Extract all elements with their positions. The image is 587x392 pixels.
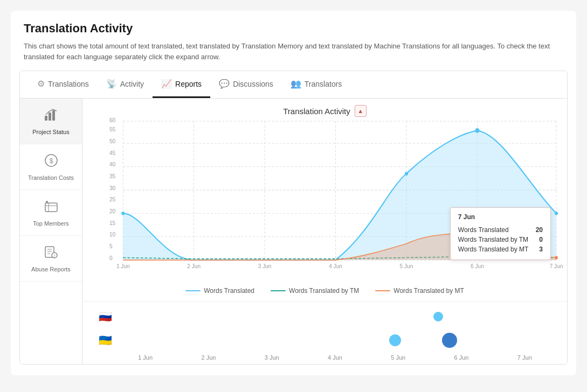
sidebar-item-abuse-reports[interactable]: ! Abuse Reports [20,236,82,282]
translations-tab-icon: ⚙ [37,79,45,89]
svg-text:30: 30 [109,185,115,191]
discussions-tab-icon: 💬 [219,79,230,89]
svg-point-43 [405,172,408,176]
tab-discussions[interactable]: 💬 Discussions [210,71,282,98]
tab-reports[interactable]: 📈 Reports [153,71,210,98]
page-title: Translation Activity [24,22,563,36]
collapse-button[interactable]: ▲ [355,105,367,117]
svg-text:$: $ [49,157,53,165]
sidebar: Project Status $ Translation Costs [20,99,82,364]
tooltip-row-1: Words Translated by TM 0 [458,235,543,244]
svg-text:10: 10 [109,232,115,237]
chart-title: Translation Activity [283,107,350,116]
sub-x-axis: 1 Jun 2 Jun 3 Jun 4 Jun 5 Jun 6 Jun 7 Ju… [114,352,556,361]
legend-words-translated: Words Translated [185,287,254,295]
legend-line-mt [375,290,390,291]
tabs-bar: ⚙ Translations 📡 Activity 📈 Reports 💬 Di… [20,71,567,99]
page-container: Translation Activity This chart shows th… [11,11,576,375]
legend-words-mt: Words Translated by MT [375,287,464,295]
svg-text:35: 35 [109,173,115,179]
page-description: This chart shows the total amount of tex… [24,41,563,62]
svg-rect-2 [52,110,55,121]
svg-text:20: 20 [109,208,115,214]
tab-activity[interactable]: 📡 Activity [98,71,153,98]
language-row-ua: 🇺🇦 [99,328,556,352]
activity-tab-icon: 📡 [106,79,117,89]
svg-text:2 Jun: 2 Jun [187,263,201,269]
reports-tab-icon: 📈 [161,79,172,89]
legend-words-tm: Words Translated by TM [271,287,359,295]
sub-x-label-6: 7 Jun [493,354,556,361]
svg-text:1 Jun: 1 Jun [116,263,130,269]
svg-text:4 Jun: 4 Jun [329,263,342,269]
svg-point-45 [555,212,558,215]
svg-text:45: 45 [109,150,115,156]
tooltip-date: 7 Jun [458,213,543,221]
svg-text:0: 0 [109,255,113,261]
svg-text:3 Jun: 3 Jun [258,263,272,269]
sub-x-label-0: 1 Jun [114,354,177,361]
translation-costs-icon: $ [44,153,59,171]
main-content: ⚙ Translations 📡 Activity 📈 Reports 💬 Di… [19,71,568,365]
translators-tab-icon: 👥 [291,79,301,89]
language-rows: 🇷🇺 🇺🇦 1 J [82,301,567,364]
content-area: Project Status $ Translation Costs [20,99,567,364]
legend-area: Words Translated Words Translated by TM … [82,283,567,301]
project-status-icon [44,107,59,125]
bubble-ua-1 [389,334,401,346]
svg-text:55: 55 [109,127,115,132]
tab-translators[interactable]: 👥 Translators [282,71,351,98]
chart-area: Translation Activity ▲ 0 5 10 15 20 25 3… [82,99,567,364]
bubble-ru-1 [433,312,443,321]
flag-ua: 🇺🇦 [99,334,112,347]
language-row-ru: 🇷🇺 [99,305,556,328]
svg-text:5 Jun: 5 Jun [400,263,413,269]
svg-text:6 Jun: 6 Jun [471,263,484,269]
svg-point-8 [46,201,48,203]
svg-text:!: ! [53,253,55,258]
svg-text:5: 5 [109,243,113,249]
legend-line-tm [271,290,286,291]
chart-wrapper: 0 5 10 15 20 25 30 35 40 45 50 55 60 [82,121,567,283]
svg-point-44 [475,128,479,133]
svg-text:15: 15 [109,220,115,226]
svg-text:40: 40 [109,162,115,167]
legend-line-translated [185,290,201,291]
tooltip-row-2: Words Translated by MT 3 [458,244,543,254]
tab-translations[interactable]: ⚙ Translations [29,71,98,98]
sidebar-item-translation-costs[interactable]: $ Translation Costs [20,144,82,190]
svg-rect-0 [45,116,47,121]
svg-text:60: 60 [109,117,115,123]
sidebar-item-top-members[interactable]: Top Members [20,190,82,236]
page-header: Translation Activity This chart shows th… [11,11,576,71]
tooltip-row-0: Words Translated 20 [458,225,543,235]
svg-point-42 [121,212,125,215]
flag-ru: 🇷🇺 [99,310,112,323]
sub-x-label-1: 2 Jun [177,354,240,361]
sub-x-label-2: 3 Jun [240,354,303,361]
sub-x-label-4: 5 Jun [367,354,430,361]
svg-text:50: 50 [109,138,115,144]
svg-point-47 [555,256,558,260]
bubble-ua-2 [442,333,457,348]
svg-rect-5 [45,203,57,212]
top-members-icon [44,199,59,217]
sub-x-label-5: 6 Jun [430,354,493,361]
sub-x-label-3: 4 Jun [303,354,367,361]
sidebar-item-project-status[interactable]: Project Status [20,99,82,144]
chart-title-bar: Translation Activity ▲ [82,99,567,121]
svg-rect-1 [49,113,51,121]
abuse-reports-icon: ! [44,244,59,263]
svg-text:7 Jun: 7 Jun [550,263,563,269]
svg-text:25: 25 [109,197,115,202]
tooltip-box: 7 Jun Words Translated 20 Words Translat… [450,207,551,260]
